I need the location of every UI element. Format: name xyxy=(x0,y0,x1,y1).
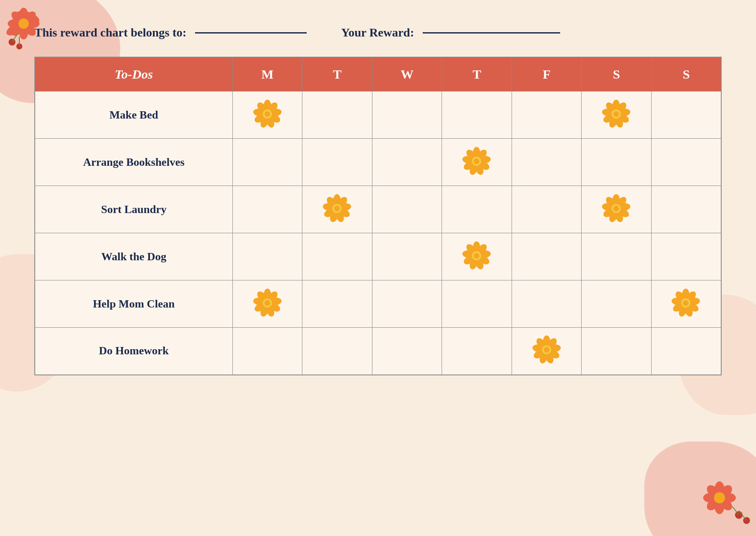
svg-point-115 xyxy=(683,300,689,306)
cell-row5-day2 xyxy=(372,328,442,375)
cell-row0-day6 xyxy=(651,91,721,139)
header-section: This reward chart belongs to: Your Rewar… xyxy=(34,26,722,40)
main-content: This reward chart belongs to: Your Rewar… xyxy=(0,0,756,393)
svg-point-23 xyxy=(714,492,725,503)
cell-row5-day1 xyxy=(302,328,372,375)
cell-row0-day2 xyxy=(372,91,442,139)
svg-point-60 xyxy=(474,158,479,164)
column-header-todos: To-Dos xyxy=(35,57,232,91)
table-row: Walk the Dog xyxy=(35,233,721,280)
cell-row5-day4 xyxy=(512,328,582,375)
cell-row4-day2 xyxy=(372,280,442,328)
flower-star-icon xyxy=(462,146,492,177)
flower-star-icon xyxy=(671,288,701,318)
cell-row4-day3 xyxy=(442,280,512,328)
decorative-flower-top-left xyxy=(4,4,56,58)
table-header-row: To-Dos M T W T F S S xyxy=(35,57,721,91)
table-row: Help Mom Clean xyxy=(35,280,721,328)
column-header-saturday: S xyxy=(582,57,652,91)
belongs-label: This reward chart belongs to: xyxy=(34,26,186,40)
cell-row3-day0 xyxy=(232,233,302,280)
flower-star-icon xyxy=(253,288,283,318)
svg-point-82 xyxy=(613,206,619,211)
cell-row3-day5 xyxy=(582,233,652,280)
cell-row3-day6 xyxy=(651,233,721,280)
cell-row1-day3 xyxy=(442,139,512,186)
cell-row0-day4 xyxy=(512,91,582,139)
decorative-flower-bottom-right xyxy=(696,474,752,532)
task-name-0: Make Bed xyxy=(35,91,232,139)
svg-point-49 xyxy=(613,111,619,117)
svg-point-10 xyxy=(18,18,29,29)
cell-row5-day3 xyxy=(442,328,512,375)
table-row: Do Homework xyxy=(35,328,721,375)
cell-row1-day2 xyxy=(372,139,442,186)
cell-row0-day5 xyxy=(582,91,652,139)
column-header-sunday: S xyxy=(651,57,721,91)
cell-row0-day1 xyxy=(302,91,372,139)
flower-star-icon xyxy=(462,241,492,271)
flower-star-icon xyxy=(601,99,631,129)
cell-row2-day0 xyxy=(232,186,302,233)
svg-point-93 xyxy=(474,253,479,259)
cell-row4-day6 xyxy=(651,280,721,328)
svg-point-38 xyxy=(265,111,270,117)
table-row: Make Bed xyxy=(35,91,721,139)
cell-row2-day4 xyxy=(512,186,582,233)
flower-star-icon xyxy=(253,99,283,129)
belongs-underline xyxy=(195,32,307,34)
column-header-wednesday: W xyxy=(372,57,442,91)
flower-star-icon xyxy=(322,194,352,224)
cell-row2-day1 xyxy=(302,186,372,233)
cell-row3-day4 xyxy=(512,233,582,280)
cell-row4-day5 xyxy=(582,280,652,328)
cell-row2-day2 xyxy=(372,186,442,233)
cell-row5-day0 xyxy=(232,328,302,375)
cell-row2-day6 xyxy=(651,186,721,233)
column-header-thursday: T xyxy=(442,57,512,91)
column-header-tuesday: T xyxy=(302,57,372,91)
reward-underline xyxy=(423,32,560,34)
column-header-friday: F xyxy=(512,57,582,91)
svg-point-104 xyxy=(265,300,270,306)
cell-row1-day6 xyxy=(651,139,721,186)
task-name-1: Arrange Bookshelves xyxy=(35,139,232,186)
cell-row5-day5 xyxy=(582,328,652,375)
reward-chart-table: To-Dos M T W T F S S Make Bed xyxy=(34,57,722,375)
cell-row1-day5 xyxy=(582,139,652,186)
cell-row1-day1 xyxy=(302,139,372,186)
flower-star-icon xyxy=(601,194,631,224)
cell-row0-day3 xyxy=(442,91,512,139)
table-row: Arrange Bookshelves xyxy=(35,139,721,186)
task-name-2: Sort Laundry xyxy=(35,186,232,233)
cell-row2-day5 xyxy=(582,186,652,233)
cell-row2-day3 xyxy=(442,186,512,233)
cell-row5-day6 xyxy=(651,328,721,375)
cell-row3-day1 xyxy=(302,233,372,280)
cell-row4-day0 xyxy=(232,280,302,328)
cell-row1-day4 xyxy=(512,139,582,186)
reward-label: Your Reward: xyxy=(341,26,414,40)
table-row: Sort Laundry xyxy=(35,186,721,233)
column-header-monday: M xyxy=(232,57,302,91)
flower-star-icon xyxy=(532,335,562,365)
cell-row0-day0 xyxy=(232,91,302,139)
task-name-3: Walk the Dog xyxy=(35,233,232,280)
svg-point-126 xyxy=(544,347,549,353)
cell-row3-day2 xyxy=(372,233,442,280)
cell-row3-day3 xyxy=(442,233,512,280)
task-name-5: Do Homework xyxy=(35,328,232,375)
task-name-4: Help Mom Clean xyxy=(35,280,232,328)
svg-point-71 xyxy=(334,206,340,211)
cell-row4-day1 xyxy=(302,280,372,328)
cell-row1-day0 xyxy=(232,139,302,186)
cell-row4-day4 xyxy=(512,280,582,328)
